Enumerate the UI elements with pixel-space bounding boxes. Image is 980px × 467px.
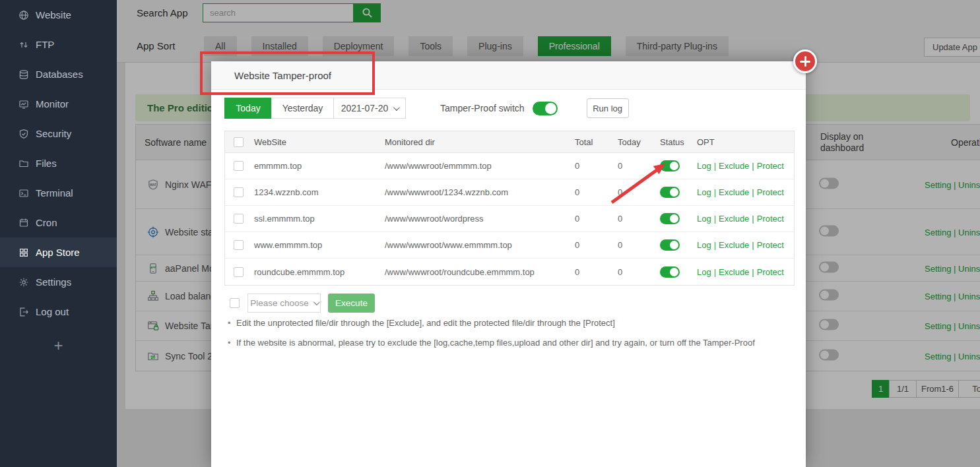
tamper-proof-switch-label: Tamper-Proof switch <box>440 103 525 113</box>
run-log-button[interactable]: Run log <box>587 98 629 118</box>
sidebar-item-terminal[interactable]: Terminal <box>0 178 117 208</box>
site-checkbox-cell <box>225 161 251 171</box>
sidebar-item-label: FTP <box>36 39 54 50</box>
site-status-toggle[interactable] <box>660 213 680 224</box>
opt-link-exclude[interactable]: Exclude <box>719 214 749 224</box>
opt-link-protect[interactable]: Protect <box>757 161 784 171</box>
total-header: Total <box>575 137 618 147</box>
sidebar-item-website[interactable]: Website <box>0 0 117 30</box>
site-website-cell: ssl.emmmm.top <box>251 214 383 224</box>
sidebar-item-log-out[interactable]: Log out <box>0 297 117 327</box>
database-icon <box>18 69 29 80</box>
opt-separator: | <box>752 214 754 224</box>
site-total-cell: 0 <box>575 267 618 277</box>
sidebar-item-databases[interactable]: Databases <box>0 59 117 89</box>
site-status-toggle[interactable] <box>660 187 680 198</box>
annotation-plus-marker <box>793 49 817 73</box>
opt-link-exclude[interactable]: Exclude <box>719 187 749 197</box>
site-today-cell: 0 <box>618 187 660 197</box>
sidebar-item-label: Website <box>36 9 71 20</box>
sidebar-item-label: Databases <box>36 69 83 80</box>
site-table-row: roundcube.emmmm.top/www/wwwroot/roundcub… <box>225 259 794 285</box>
tamper-proof-toggle[interactable] <box>533 102 558 115</box>
date-select-value: 2021-07-20 <box>341 103 389 113</box>
note-text: Edit the unprotected file/dir through th… <box>236 313 615 333</box>
opt-separator: | <box>714 161 716 171</box>
site-total-cell: 0 <box>575 214 618 224</box>
site-status-cell <box>660 187 694 198</box>
monitor-chart-icon <box>18 99 29 109</box>
opt-link-log[interactable]: Log <box>697 187 711 197</box>
site-table-row: 1234.wzznb.com/www/wwwroot/1234.wzznb.co… <box>225 179 794 206</box>
opt-link-exclude[interactable]: Exclude <box>719 161 749 171</box>
select-all-checkbox[interactable] <box>234 137 244 147</box>
opt-link-log[interactable]: Log <box>697 240 711 250</box>
sidebar-item-app-store[interactable]: App Store <box>0 237 117 267</box>
sidebar-item-settings[interactable]: Settings <box>0 267 117 297</box>
opt-link-log[interactable]: Log <box>697 214 711 224</box>
site-status-cell <box>660 266 694 278</box>
opt-separator: | <box>714 240 716 250</box>
site-checkbox-cell <box>225 187 251 197</box>
site-status-cell <box>660 213 694 224</box>
site-row-checkbox[interactable] <box>234 161 244 171</box>
site-status-toggle[interactable] <box>660 160 680 171</box>
logout-icon <box>18 307 29 317</box>
sidebar-item-label: Monitor <box>36 98 69 109</box>
opt-link-exclude[interactable]: Exclude <box>719 267 749 277</box>
sidebar-item-files[interactable]: Files <box>0 148 117 178</box>
sidebar-item-ftp[interactable]: FTP <box>0 30 117 59</box>
batch-select-placeholder: Please choose <box>250 298 309 308</box>
today-header: Today <box>618 137 660 147</box>
opt-separator: | <box>752 187 754 197</box>
note-text: If the website is abnormal, please try t… <box>236 333 755 353</box>
opt-link-protect[interactable]: Protect <box>757 267 784 277</box>
terminal-icon <box>18 188 29 199</box>
toggle-knob <box>670 241 678 249</box>
modal-title: Website Tamper-proof <box>234 61 331 90</box>
site-row-checkbox[interactable] <box>234 267 244 277</box>
toggle-knob <box>670 214 678 223</box>
sidebar-item-security[interactable]: Security <box>0 119 117 148</box>
site-website-cell: roundcube.emmmm.top <box>251 267 383 277</box>
site-row-checkbox[interactable] <box>234 240 244 250</box>
opt-link-exclude[interactable]: Exclude <box>719 240 749 250</box>
today-button[interactable]: Today <box>224 98 272 119</box>
opt-link-protect[interactable]: Protect <box>757 240 784 250</box>
toggle-knob <box>670 188 678 197</box>
site-dir-cell: /www/wwwroot/www.emmmm.top <box>383 240 575 250</box>
modal-note: •Edit the unprotected file/dir through t… <box>228 313 789 333</box>
site-opt-cell: Log|Exclude|Protect <box>694 240 794 250</box>
site-today-cell: 0 <box>618 267 660 277</box>
opt-separator: | <box>752 267 754 277</box>
sidebar-item-monitor[interactable]: Monitor <box>0 89 117 119</box>
site-status-toggle[interactable] <box>660 239 680 251</box>
sidebar-item-label: App Store <box>36 247 80 258</box>
site-total-cell: 0 <box>575 161 618 171</box>
sidebar-item-label: Files <box>36 158 57 169</box>
site-opt-cell: Log|Exclude|Protect <box>694 267 794 277</box>
add-menu-button[interactable]: + <box>0 332 117 359</box>
batch-checkbox[interactable] <box>230 298 240 308</box>
modal-note: •If the website is abnormal, please try … <box>228 333 789 353</box>
site-status-toggle[interactable] <box>660 266 680 278</box>
opt-link-log[interactable]: Log <box>697 161 711 171</box>
site-dir-cell: /www/wwwroot/roundcube.emmmm.top <box>383 267 575 277</box>
site-checkbox-cell <box>225 267 251 277</box>
tamper-proof-modal: Website Tamper-proof Today Yesterday 202… <box>211 61 806 467</box>
chevron-down-icon <box>393 104 400 111</box>
opt-link-log[interactable]: Log <box>697 267 711 277</box>
date-select[interactable]: 2021-07-20 <box>333 98 406 119</box>
opt-link-protect[interactable]: Protect <box>757 187 784 197</box>
yesterday-button[interactable]: Yesterday <box>271 98 334 119</box>
site-row-checkbox[interactable] <box>234 214 244 224</box>
site-table: WebSite Monitored dir Total Today Status… <box>224 131 795 286</box>
execute-button[interactable]: Execute <box>328 294 375 313</box>
site-total-cell: 0 <box>575 187 618 197</box>
opt-link-protect[interactable]: Protect <box>757 214 784 224</box>
batch-action-select[interactable]: Please choose <box>247 294 321 313</box>
modal-controls: Today Yesterday 2021-07-20 Tamper-Proof … <box>224 98 629 119</box>
sidebar-item-cron[interactable]: Cron <box>0 208 117 237</box>
site-table-row: www.emmmm.top/www/wwwroot/www.emmmm.top0… <box>225 232 794 259</box>
site-row-checkbox[interactable] <box>234 187 244 197</box>
